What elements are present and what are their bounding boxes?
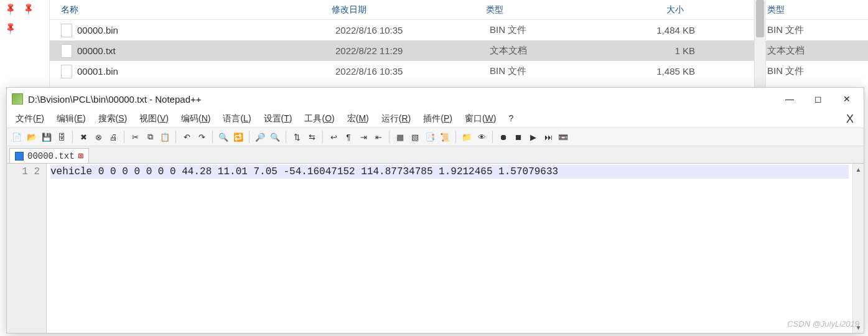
redo-icon[interactable]: ↷ — [195, 131, 208, 143]
file-explorer: 📌📌 📌 名称 修改日期 类型 大小 00000.bin2022/8/16 10… — [0, 0, 868, 87]
tab-close-icon[interactable]: ⊠ — [78, 151, 83, 161]
separator — [286, 131, 286, 143]
unfold-icon[interactable]: ▧ — [409, 131, 421, 143]
save-all-icon[interactable]: 🗄 — [55, 131, 68, 143]
record-icon[interactable]: ⏺ — [497, 131, 510, 143]
file-type: 文本文档 — [490, 45, 614, 57]
col-type[interactable]: 类型 — [486, 4, 610, 16]
replace-icon[interactable]: 🔁 — [232, 131, 245, 143]
file-type: BIN 文件 — [490, 24, 614, 36]
find-icon[interactable]: 🔍 — [217, 131, 230, 143]
tab-bar: 00000.txt ⊠ — [7, 146, 864, 164]
open-icon[interactable]: 📂 — [26, 131, 38, 143]
menu-item[interactable]: 编辑(E) — [52, 111, 91, 126]
file-row[interactable]: 00000.bin2022/8/16 10:35BIN 文件1,484 KB — [50, 20, 754, 40]
zoom-out-icon[interactable]: 🔍 — [269, 131, 281, 143]
file-row[interactable]: 00000.txt2022/8/22 11:29文本文档1 KB — [50, 40, 754, 61]
file-icon — [61, 44, 72, 58]
separator — [249, 131, 250, 143]
copy-icon[interactable]: ⧉ — [144, 131, 156, 143]
line-number-gutter: 1 2 — [7, 164, 47, 333]
menu-item[interactable]: 视图(V) — [134, 111, 174, 126]
app-icon — [12, 93, 23, 105]
save-icon[interactable]: 💾 — [40, 131, 53, 143]
close-all-icon[interactable]: ⊗ — [92, 131, 105, 143]
separator — [455, 131, 456, 143]
editor-scrollbar[interactable]: ▲ ▼ — [852, 164, 864, 333]
file-icon — [61, 24, 72, 37]
menu-item[interactable]: 设置(T) — [259, 111, 297, 126]
paste-icon[interactable]: 📋 — [159, 131, 171, 143]
close-tab-x[interactable]: X — [840, 113, 860, 126]
side-col-type[interactable]: 类型 — [766, 0, 868, 20]
show-all-icon[interactable]: ¶ — [342, 131, 355, 143]
menu-item[interactable]: 窗口(W) — [460, 111, 502, 126]
menu-item[interactable]: 编码(N) — [176, 111, 215, 126]
title-bar[interactable]: D:\Bvision\PCL\bin\00000.txt - Notepad++… — [7, 88, 864, 110]
pin-icon[interactable]: 📌 — [21, 1, 35, 16]
col-date[interactable]: 修改日期 — [332, 4, 486, 16]
save-macro-icon[interactable]: 📼 — [557, 131, 569, 143]
cut-icon[interactable]: ✂ — [129, 131, 141, 143]
explorer-scrollbar[interactable] — [754, 0, 765, 87]
maximize-button[interactable]: ◻ — [804, 89, 833, 109]
indent-icon[interactable]: ⇥ — [357, 131, 370, 143]
file-name: 00000.txt — [77, 45, 335, 56]
close-icon[interactable]: ✖ — [77, 131, 90, 143]
wrap-icon[interactable]: ↩ — [327, 131, 340, 143]
doc-map-icon[interactable]: 📑 — [424, 131, 436, 143]
file-size: 1,485 KB — [614, 66, 695, 77]
stop-icon[interactable]: ⏹ — [512, 131, 525, 143]
file-size: 1 KB — [614, 45, 695, 56]
pin-icon[interactable]: 📌 — [3, 1, 17, 16]
notepad-plus-plus-window: D:\Bvision\PCL\bin\00000.txt - Notepad++… — [6, 87, 864, 334]
play-icon[interactable]: ▶ — [527, 131, 539, 143]
zoom-in-icon[interactable]: 🔎 — [254, 131, 266, 143]
tab-00000-txt[interactable]: 00000.txt ⊠ — [9, 148, 89, 163]
tab-label: 00000.txt — [27, 151, 75, 161]
print-icon[interactable]: 🖨 — [107, 131, 119, 143]
menu-item[interactable]: ? — [503, 111, 518, 126]
col-name[interactable]: 名称 — [61, 4, 332, 16]
menu-item[interactable]: 运行(R) — [376, 111, 416, 126]
monitor-icon[interactable]: 👁 — [475, 131, 488, 143]
sync-h-icon[interactable]: ⇆ — [306, 131, 318, 143]
watermark: CSDN @JulyLi2019 — [787, 319, 859, 329]
side-type-row[interactable]: BIN 文件 — [766, 20, 868, 40]
file-name: 00000.bin — [77, 25, 335, 35]
undo-icon[interactable]: ↶ — [180, 131, 193, 143]
scroll-up-icon[interactable]: ▲ — [853, 164, 864, 175]
scrollbar-thumb[interactable] — [756, 0, 764, 37]
menu-item[interactable]: 语言(L) — [218, 111, 256, 126]
folder-icon[interactable]: 📁 — [460, 131, 473, 143]
new-icon[interactable]: 📄 — [11, 131, 23, 143]
separator — [322, 131, 323, 143]
file-row[interactable]: 00001.bin2022/8/16 10:35BIN 文件1,485 KB — [50, 61, 754, 82]
menu-item[interactable]: 宏(M) — [342, 111, 374, 126]
minimize-button[interactable]: — — [775, 89, 804, 109]
menu-item[interactable]: 文件(F) — [11, 111, 49, 126]
explorer-columns: 名称 修改日期 类型 大小 — [50, 0, 754, 20]
menu-item[interactable]: 插件(P) — [418, 111, 457, 126]
play-multi-icon[interactable]: ⏭ — [542, 131, 554, 143]
outdent-icon[interactable]: ⇤ — [372, 131, 385, 143]
file-date: 2022/8/16 10:35 — [335, 25, 490, 35]
side-type-row[interactable]: BIN 文件 — [766, 61, 868, 82]
separator — [492, 131, 493, 143]
menu-item[interactable]: 工具(O) — [299, 111, 339, 126]
code-line[interactable]: vehicle 0 0 0 0 0 0 0 44.28 11.01 7.05 -… — [50, 165, 849, 179]
window-title: D:\Bvision\PCL\bin\00000.txt - Notepad++ — [28, 94, 775, 105]
col-size[interactable]: 大小 — [610, 4, 691, 16]
menu-bar: 文件(F)编辑(E)搜索(S)视图(V)编码(N)语言(L)设置(T)工具(O)… — [7, 110, 864, 128]
menu-item[interactable]: 搜索(S) — [93, 111, 133, 126]
pin-icon[interactable]: 📌 — [3, 21, 17, 35]
separator — [175, 131, 176, 143]
file-size: 1,484 KB — [614, 25, 695, 35]
side-type-row[interactable]: 文本文档 — [766, 40, 868, 61]
sync-v-icon[interactable]: ⇅ — [291, 131, 303, 143]
separator — [212, 131, 213, 143]
fold-icon[interactable]: ▦ — [394, 131, 406, 143]
close-button[interactable]: ✕ — [833, 89, 861, 109]
code-area[interactable]: vehicle 0 0 0 0 0 0 0 44.28 11.01 7.05 -… — [47, 164, 852, 333]
func-list-icon[interactable]: 📜 — [439, 131, 451, 143]
